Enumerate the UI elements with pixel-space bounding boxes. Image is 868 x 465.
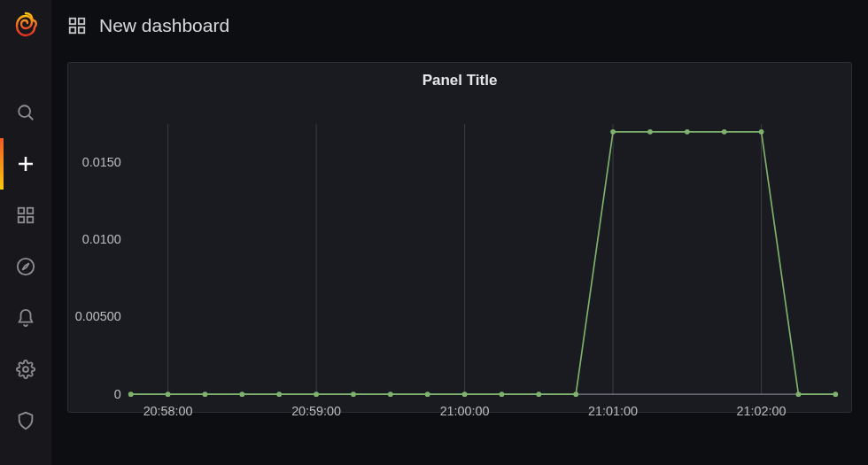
svg-point-48 [796,391,802,397]
svg-point-40 [500,391,505,397]
svg-point-34 [276,391,282,397]
svg-rect-6 [19,217,24,222]
svg-rect-5 [27,208,33,213]
svg-point-31 [166,391,171,397]
svg-point-33 [239,391,244,397]
plus-icon [15,153,36,174]
svg-point-47 [759,129,764,135]
svg-text:21:01:00: 21:01:00 [588,404,638,418]
nav-configuration[interactable] [0,344,51,395]
svg-rect-11 [70,19,75,24]
nav-dashboards[interactable] [0,190,51,241]
nav-server-admin[interactable] [0,395,51,446]
nav-create[interactable] [0,138,51,190]
nav-explore[interactable] [0,241,51,292]
svg-point-39 [462,391,468,397]
nav-alerting[interactable] [0,292,51,344]
main: New dashboard Panel Title 20:58:0020:59:… [51,0,868,465]
svg-point-35 [314,391,319,397]
nav-search[interactable] [0,87,51,138]
svg-point-46 [722,129,727,135]
svg-point-36 [351,391,356,397]
svg-point-44 [647,129,653,135]
svg-point-30 [128,391,134,397]
svg-text:0: 0 [114,387,121,401]
compass-icon [16,257,35,276]
svg-text:0.0100: 0.0100 [82,232,121,246]
svg-rect-14 [79,27,84,33]
grafana-logo-icon[interactable] [8,7,43,43]
svg-point-43 [610,129,616,135]
svg-point-0 [19,105,30,117]
sidebar [0,0,51,465]
svg-marker-9 [22,263,28,269]
chart: 20:58:0020:59:0021:00:0021:01:0021:02:00… [68,95,851,438]
search-icon [16,103,35,122]
svg-text:21:02:00: 21:02:00 [737,404,787,418]
svg-text:0.0150: 0.0150 [82,155,121,169]
svg-text:20:58:00: 20:58:00 [143,404,193,418]
svg-point-38 [425,391,430,397]
svg-rect-7 [27,217,33,222]
topbar: New dashboard [51,0,868,51]
apps-icon [16,205,35,225]
svg-point-32 [203,391,208,397]
svg-point-42 [573,391,578,397]
svg-point-49 [833,391,838,397]
svg-rect-12 [79,19,84,24]
svg-rect-13 [70,27,75,33]
svg-rect-4 [19,208,24,213]
dashboard-icon [67,16,87,35]
page-title[interactable]: New dashboard [99,15,229,36]
svg-text:20:59:00: 20:59:00 [291,404,341,418]
bell-icon [16,308,35,328]
panel[interactable]: Panel Title 20:58:0020:59:0021:00:0021:0… [67,62,852,413]
svg-point-8 [18,259,34,275]
svg-text:0.00500: 0.00500 [75,309,121,323]
shield-icon [16,411,35,430]
svg-point-10 [23,367,28,372]
svg-point-41 [536,391,541,397]
content: Panel Title 20:58:0020:59:0021:00:0021:0… [51,51,868,465]
svg-line-1 [28,115,33,120]
svg-text:21:00:00: 21:00:00 [440,404,490,418]
svg-point-45 [685,129,690,135]
panel-title[interactable]: Panel Title [68,63,851,95]
gear-icon [16,360,35,379]
svg-point-37 [388,391,393,397]
